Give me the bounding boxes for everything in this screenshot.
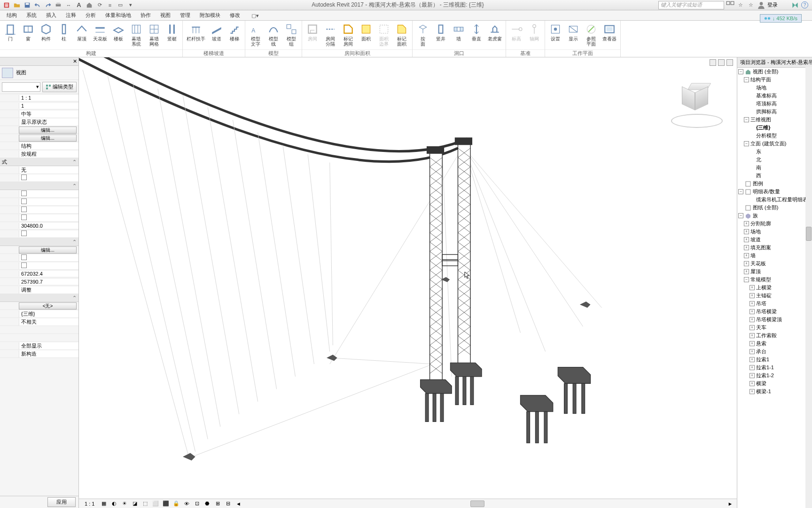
tree-node[interactable]: +填充图案 <box>737 244 812 252</box>
tree-toggle-icon[interactable]: + <box>750 325 755 330</box>
tree-toggle-icon[interactable]: + <box>750 317 755 322</box>
tree-node[interactable]: 拱脚标高 <box>737 108 812 116</box>
curtain-grid-button[interactable]: 幕墙 网格 <box>146 22 163 48</box>
tree-toggle-icon[interactable]: + <box>750 381 755 386</box>
prop-value[interactable]: 中等 <box>19 111 78 118</box>
tree-node[interactable]: +屋顶 <box>737 268 812 276</box>
tree-toggle-icon[interactable]: + <box>744 269 749 274</box>
tree-node[interactable]: −常规模型 <box>737 276 812 284</box>
model-line-button[interactable]: 模型 线 <box>265 22 282 48</box>
prop-value[interactable]: 不相关 <box>19 318 78 325</box>
subscription-icon[interactable]: ☆ <box>736 1 745 9</box>
prop-value[interactable]: 显示原状态 <box>19 119 78 126</box>
ribbon-toggle-icon[interactable]: ▢▾ <box>249 11 262 20</box>
tree-node[interactable]: +拉索1-2 <box>737 372 812 380</box>
temp-hide-icon[interactable]: 👁 <box>183 500 190 508</box>
search-input[interactable]: 键入关键字或短语 <box>658 1 724 9</box>
lock-3d-icon[interactable]: 🔒 <box>172 500 180 508</box>
home-icon[interactable] <box>85 1 94 9</box>
shadows-icon[interactable]: ◪ <box>131 500 139 508</box>
tree-node[interactable]: 北 <box>737 156 812 164</box>
curtain-system-button[interactable]: 幕墙 系统 <box>128 22 145 48</box>
dormer-button[interactable]: 老虎窗 <box>486 22 504 42</box>
tree-node[interactable]: 缆索吊机工程量明细表 <box>737 196 812 204</box>
tree-toggle-icon[interactable]: + <box>744 253 749 258</box>
set-button[interactable]: 设置 <box>547 22 564 42</box>
prop-edit-button[interactable]: 编辑... <box>19 135 77 142</box>
visual-style-icon[interactable]: ◐ <box>110 500 118 508</box>
edit-type-button[interactable]: 编辑类型 <box>42 82 77 92</box>
tree-toggle-icon[interactable]: − <box>744 141 749 146</box>
tree-toggle-icon[interactable]: − <box>738 213 743 218</box>
tree-toggle-icon[interactable]: + <box>744 237 749 242</box>
tree-toggle-icon[interactable]: + <box>750 389 755 394</box>
tree-toggle-icon[interactable]: − <box>744 277 749 282</box>
tree-toggle-icon[interactable]: + <box>750 341 755 346</box>
tree-node[interactable]: +拉索1-1 <box>737 364 812 372</box>
tab-附加模块[interactable]: 附加模块 <box>195 10 225 20</box>
component-button[interactable]: 构件 <box>38 22 55 42</box>
tag-room-button[interactable]: 标记 房间 <box>340 22 357 48</box>
tab-视图[interactable]: 视图 <box>156 10 175 20</box>
prop-checkbox[interactable] <box>19 175 78 181</box>
tree-node[interactable]: +横梁 <box>737 380 812 388</box>
tab-修改[interactable]: 修改 <box>225 10 245 20</box>
window-button[interactable]: 窗 <box>20 22 37 42</box>
prop-value[interactable]: 结构 <box>19 143 78 150</box>
prop-value[interactable]: 257390.7 <box>19 279 78 285</box>
tree-toggle-icon[interactable]: + <box>750 365 755 370</box>
tree-toggle-icon[interactable]: − <box>744 77 749 82</box>
tree-toggle-icon[interactable]: + <box>750 309 755 314</box>
stair-button[interactable]: 楼梯 <box>226 22 243 42</box>
tree-node[interactable]: 场地 <box>737 84 812 92</box>
wall-open-button[interactable]: 墙 <box>450 22 467 42</box>
tab-插入[interactable]: 插入 <box>41 10 61 20</box>
tree-toggle-icon[interactable]: + <box>744 229 749 234</box>
tab-注释[interactable]: 注释 <box>61 10 81 20</box>
tree-toggle-icon[interactable]: + <box>750 373 755 378</box>
tab-系统[interactable]: 系统 <box>22 10 41 20</box>
thin-lines-icon[interactable]: ≡ <box>105 1 115 9</box>
prop-value[interactable]: 新构造 <box>19 350 78 357</box>
prop-edit-button[interactable]: <无> <box>19 302 77 310</box>
tree-node[interactable]: 基准标高 <box>737 92 812 100</box>
tree-node[interactable]: +坡道 <box>737 236 812 244</box>
print-icon[interactable] <box>54 1 63 9</box>
ramp-button[interactable]: 坡道 <box>208 22 225 42</box>
prop-edit-button[interactable]: 编辑... <box>19 127 77 134</box>
prop-checkbox[interactable] <box>19 214 78 221</box>
tree-node[interactable]: 南 <box>737 164 812 172</box>
prop-checkbox[interactable] <box>19 262 78 269</box>
tree-node[interactable]: −族 <box>737 212 812 220</box>
tree-node[interactable]: −立面 (建筑立面) <box>737 140 812 148</box>
shaft-button[interactable]: 竖井 <box>432 22 449 42</box>
browser-scrollbar[interactable] <box>805 67 812 508</box>
tree-node[interactable]: +悬索 <box>737 340 812 348</box>
undo-icon[interactable] <box>33 1 42 9</box>
vertical-button[interactable]: 垂直 <box>468 22 485 42</box>
tree-node[interactable]: +墙 <box>737 252 812 260</box>
tree-node[interactable]: +场地 <box>737 228 812 236</box>
sun-path-icon[interactable]: ☀ <box>121 500 128 508</box>
prop-value[interactable]: 672032.4 <box>19 271 78 277</box>
tab-结构[interactable]: 结构 <box>2 10 22 20</box>
analytical-icon[interactable]: ⊞ <box>214 500 221 508</box>
redo-icon[interactable] <box>43 1 53 9</box>
tree-toggle-icon[interactable]: + <box>750 349 755 354</box>
tab-体量和场地[interactable]: 体量和场地 <box>101 10 136 20</box>
worksharing-icon[interactable]: ⬣ <box>203 500 211 508</box>
user-icon[interactable] <box>757 1 765 9</box>
room-sep-button[interactable]: 房间 分隔 <box>322 22 339 48</box>
tree-toggle-icon[interactable]: − <box>738 69 743 74</box>
app-menu-icon[interactable] <box>2 1 11 9</box>
column-button[interactable]: 柱 <box>55 22 72 42</box>
prop-value[interactable]: 调整 <box>19 286 78 294</box>
prop-value[interactable]: 按规程 <box>19 151 78 158</box>
tree-toggle-icon[interactable]: + <box>750 357 755 362</box>
prop-checkbox[interactable] <box>19 230 78 237</box>
tree-node[interactable]: +天车 <box>737 324 812 332</box>
tree-toggle-icon[interactable]: − <box>738 189 743 194</box>
show-button[interactable]: 显示 <box>565 22 582 42</box>
railing-button[interactable]: 栏杆扶手 <box>185 22 207 42</box>
favorites-icon[interactable]: ☆ <box>747 1 755 9</box>
